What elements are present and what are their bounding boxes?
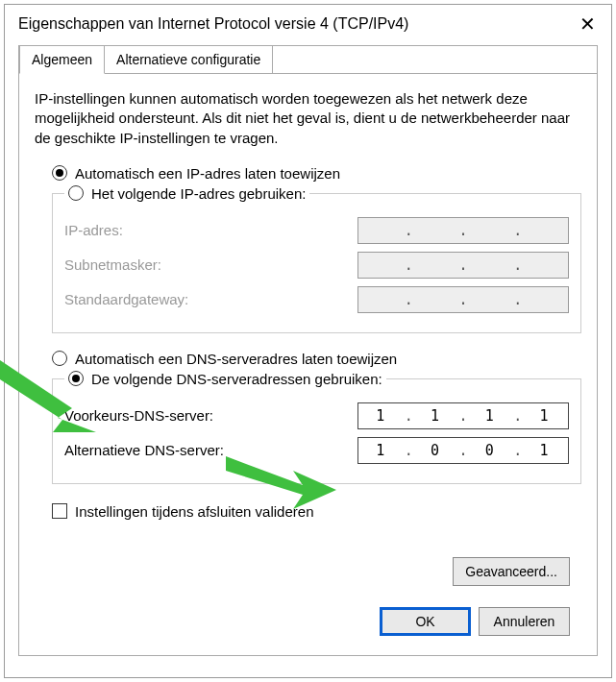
dialog-body-frame: Algemeen Alternatieve configuratie IP-in… [18,45,598,656]
radio-icon [52,165,67,181]
subnet-input: ... [357,252,569,279]
preferred-dns-input[interactable]: 1. 1. 1. 1 [357,402,569,429]
preferred-dns-label: Voorkeurs-DNS-server: [64,407,357,424]
radio-icon [52,351,67,366]
ip-manual-group: Het volgende IP-adres gebruiken: IP-adre… [52,185,581,333]
ip-address-input: ... [357,217,569,244]
tab-general-label: Algemeen [32,52,92,67]
radio-ip-auto[interactable]: Automatisch een IP-adres laten toewijzen [52,165,581,182]
radio-dns-auto[interactable]: Automatisch een DNS-serveradres laten to… [52,351,581,367]
intro-text: IP-instellingen kunnen automatisch worde… [35,89,581,148]
radio-dns-manual-label: De volgende DNS-serveradressen gebruiken… [91,371,382,387]
subnet-label: Subnetmasker: [64,256,357,273]
tab-strip: Algemeen Alternatieve configuratie [19,45,597,73]
validate-on-exit-label: Instellingen tijdens afsluiten valideren [75,503,314,520]
dialog-title: Eigenschappen van Internet Protocol vers… [18,15,574,33]
close-icon[interactable]: ✕ [574,12,602,36]
tab-general[interactable]: Algemeen [19,45,105,74]
ok-button[interactable]: OK [380,607,471,636]
tab-alternate-label: Alternatieve configuratie [116,52,260,67]
titlebar: Eigenschappen van Internet Protocol vers… [5,5,611,41]
tab-alternate[interactable]: Alternatieve configuratie [104,45,273,73]
checkbox-icon [52,503,67,519]
radio-dns-auto-label: Automatisch een DNS-serveradres laten to… [75,351,397,367]
ip-address-label: IP-adres: [64,222,357,238]
advanced-button[interactable]: Geavanceerd... [453,557,570,586]
cancel-button[interactable]: Annuleren [479,607,570,636]
alternate-dns-label: Alternatieve DNS-server: [64,442,357,458]
validate-on-exit-checkbox[interactable]: Instellingen tijdens afsluiten valideren [52,503,581,520]
radio-ip-manual-label: Het volgende IP-adres gebruiken: [91,185,306,202]
radio-icon [68,371,84,386]
dns-manual-group: De volgende DNS-serveradressen gebruiken… [52,371,581,484]
gateway-input: ... [357,286,569,313]
gateway-label: Standaardgateway: [64,291,357,307]
alternate-dns-input[interactable]: 1. 0. 0. 1 [357,437,569,464]
general-panel: IP-instellingen kunnen automatisch worde… [19,73,597,644]
radio-icon [68,185,84,201]
dialog-footer: OK Annuleren [380,607,570,636]
ipv4-properties-dialog: Eigenschappen van Internet Protocol vers… [4,4,612,678]
radio-ip-auto-label: Automatisch een IP-adres laten toewijzen [75,165,340,182]
radio-ip-manual[interactable]: Het volgende IP-adres gebruiken: [68,185,306,202]
radio-dns-manual[interactable]: De volgende DNS-serveradressen gebruiken… [68,371,382,387]
